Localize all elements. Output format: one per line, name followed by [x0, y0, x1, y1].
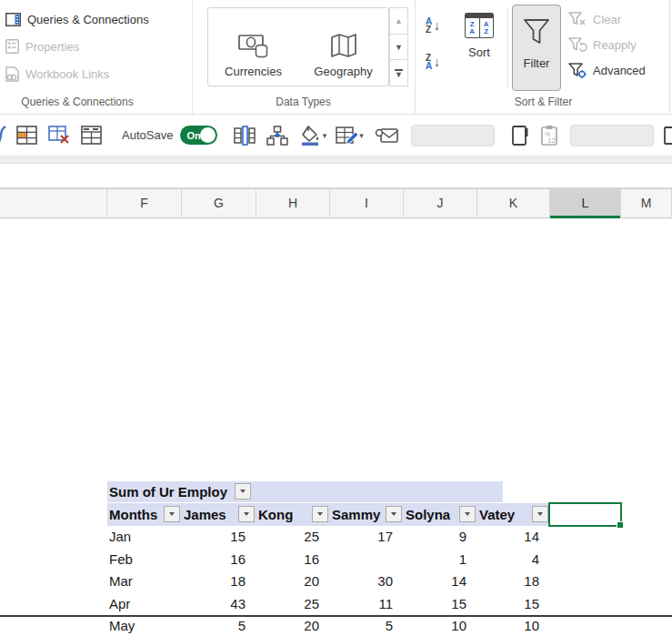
- value-cell[interactable]: 5: [330, 615, 404, 636]
- column-header-K[interactable]: K: [477, 189, 550, 217]
- geography-button[interactable]: Geography: [298, 8, 388, 86]
- sheet-area[interactable]: Sum of Ur Employ MonthsJamesKongSammySol…: [0, 218, 672, 636]
- column-header-I[interactable]: I: [330, 189, 404, 217]
- chevron-down-icon[interactable]: ▾: [323, 131, 327, 140]
- properties-icon: [5, 33, 19, 60]
- filter-dropdown-solyna[interactable]: [459, 506, 476, 522]
- advanced-filter-button[interactable]: Advanced: [567, 58, 646, 82]
- filter-dropdown-james[interactable]: [238, 506, 255, 522]
- currencies-button[interactable]: Currencies: [208, 8, 298, 86]
- gallery-scroll-up-button[interactable]: ▲: [389, 7, 408, 35]
- pivot-column-header-months: Months: [107, 503, 182, 526]
- currencies-icon: [236, 32, 271, 59]
- sort-descending-button[interactable]: ZA↓: [417, 47, 448, 76]
- column-header-H[interactable]: H: [256, 189, 330, 217]
- filter-dropdown-kong[interactable]: [312, 506, 328, 522]
- column-header-M[interactable]: M: [621, 189, 672, 217]
- month-cell[interactable]: May: [107, 615, 182, 636]
- formula-bar-area[interactable]: [0, 164, 672, 188]
- advanced-filter-label: Advanced: [593, 64, 646, 77]
- properties-button[interactable]: Properties: [5, 35, 149, 58]
- dropdown-arrow-icon: [317, 512, 323, 516]
- month-cell[interactable]: Jan: [107, 526, 182, 549]
- queries-connections-button[interactable]: Queries & Connections: [5, 7, 149, 31]
- value-cell[interactable]: 43: [182, 593, 256, 616]
- toggle-knob: [200, 127, 216, 143]
- value-cell[interactable]: 25: [256, 593, 330, 616]
- dropdown-arrow-icon: [465, 512, 470, 516]
- properties-label: Properties: [25, 40, 79, 54]
- month-cell[interactable]: Mar: [107, 570, 182, 593]
- gallery-expand-button[interactable]: ▼: [389, 60, 408, 86]
- filter-button[interactable]: Filter: [512, 5, 561, 91]
- sort-button[interactable]: ZAAZ Sort: [453, 7, 506, 89]
- pivot-column-header-kong: Kong: [256, 503, 330, 526]
- clear-filter-button[interactable]: Clear: [567, 7, 646, 31]
- value-cell[interactable]: 10: [404, 615, 477, 636]
- filter-options-stack: Clear Reapply Advanced: [567, 7, 646, 82]
- partial-icon: [663, 122, 672, 149]
- workbook-links-button[interactable]: Workbook Links: [5, 62, 149, 86]
- insert-column-button[interactable]: [234, 122, 256, 149]
- value-cell[interactable]: 25: [256, 526, 330, 549]
- autosave-state: On: [186, 130, 200, 141]
- value-cell[interactable]: 16: [256, 549, 330, 571]
- autosave-label: AutoSave: [122, 128, 173, 142]
- value-cell[interactable]: 15: [182, 526, 256, 549]
- filter-dropdown-vatey[interactable]: [532, 506, 548, 522]
- queries-connections-group: Queries & Connections Properties Workboo…: [5, 7, 149, 86]
- table-layout-button[interactable]: [81, 122, 102, 149]
- currencies-label: Currencies: [225, 65, 282, 78]
- pivot-header-row: MonthsJamesKongSammySolynaVatey: [107, 503, 550, 526]
- month-cell[interactable]: Apr: [107, 593, 182, 616]
- value-cell[interactable]: 11: [330, 593, 404, 616]
- reapply-filter-button[interactable]: Reapply: [567, 33, 646, 56]
- value-cell[interactable]: 14: [404, 570, 477, 593]
- filter-dropdown-sammy[interactable]: [386, 506, 402, 522]
- value-cell[interactable]: 30: [330, 570, 404, 593]
- value-cell[interactable]: 15: [404, 593, 477, 616]
- value-cell[interactable]: 14: [477, 526, 550, 549]
- value-cell[interactable]: 18: [477, 570, 550, 593]
- filter-dropdown-months[interactable]: [164, 506, 180, 522]
- table-style-button[interactable]: [16, 122, 37, 149]
- email-link-button[interactable]: [375, 122, 398, 149]
- sort-ascending-button[interactable]: AZ↓: [417, 11, 448, 40]
- value-cell[interactable]: [330, 549, 404, 571]
- pivot-title-filter-dropdown[interactable]: [235, 483, 251, 500]
- value-cell[interactable]: 17: [330, 526, 404, 549]
- column-header-G[interactable]: G: [182, 189, 256, 217]
- format-table-button[interactable]: [336, 122, 357, 149]
- value-cell[interactable]: 20: [256, 570, 330, 593]
- data-types-group-label: Data Types: [192, 94, 415, 112]
- org-chart-button[interactable]: [266, 122, 288, 149]
- paste-special-button[interactable]: %12: [540, 122, 559, 149]
- value-cell[interactable]: 16: [182, 549, 256, 571]
- side-panel-button[interactable]: [511, 122, 529, 149]
- fill-color-button[interactable]: [299, 122, 321, 149]
- pivot-row-feb: Feb161614: [107, 549, 550, 571]
- value-cell[interactable]: 10: [477, 615, 550, 636]
- delete-table-button[interactable]: [48, 122, 70, 149]
- value-cell[interactable]: 1: [404, 549, 477, 571]
- chevron-down-icon[interactable]: ▾: [359, 131, 364, 140]
- gallery-scroll-down-button[interactable]: ▼: [389, 35, 408, 61]
- value-cell[interactable]: 5: [182, 615, 256, 636]
- value-cell[interactable]: 4: [477, 549, 550, 571]
- selected-cell[interactable]: [548, 502, 622, 527]
- value-cell[interactable]: 20: [256, 615, 330, 636]
- autosave-toggle[interactable]: On: [180, 126, 216, 145]
- clear-filter-label: Clear: [593, 13, 621, 26]
- value-cell[interactable]: 15: [477, 593, 550, 616]
- pivot-row-mar: Mar1820301418: [107, 570, 550, 593]
- toolbar-input-field[interactable]: [411, 125, 495, 146]
- column-header-J[interactable]: J: [404, 189, 477, 217]
- toolbar-input-field[interactable]: [570, 125, 654, 146]
- sort-za-icon: ZA: [426, 54, 432, 70]
- bottom-divider: [0, 615, 672, 617]
- value-cell[interactable]: 18: [182, 570, 256, 593]
- column-header-L[interactable]: L: [550, 189, 621, 217]
- month-cell[interactable]: Feb: [107, 549, 182, 571]
- value-cell[interactable]: 9: [404, 526, 477, 549]
- column-header-F[interactable]: F: [107, 189, 182, 217]
